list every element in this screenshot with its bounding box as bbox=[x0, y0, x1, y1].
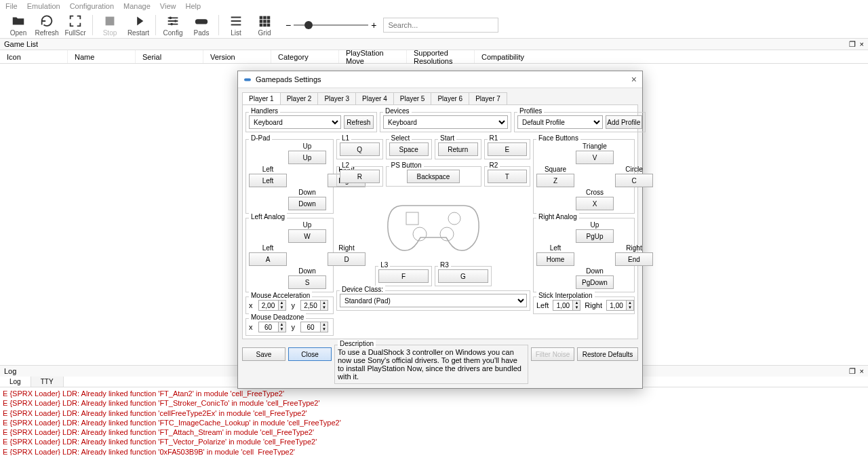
col-psmove[interactable]: PlayStation Move bbox=[339, 50, 407, 63]
stick-left-input[interactable] bbox=[553, 300, 573, 311]
lanalog-right-button[interactable]: D bbox=[328, 252, 366, 266]
lanalog-down-button[interactable]: S bbox=[288, 275, 326, 289]
dpad-up-button[interactable]: Up bbox=[288, 151, 326, 164]
menu-manage[interactable]: Manage bbox=[123, 2, 151, 10]
start-button[interactable]: Return bbox=[438, 142, 478, 156]
grid-button[interactable]: Grid bbox=[250, 14, 279, 37]
device-class-select[interactable]: Standard (Pad) bbox=[340, 294, 527, 307]
dialog-close-button[interactable]: × bbox=[631, 74, 637, 85]
triangle-button[interactable]: V bbox=[576, 151, 614, 164]
log-restore-icon[interactable]: ❐ bbox=[849, 367, 856, 376]
col-version[interactable]: Version bbox=[203, 50, 271, 63]
controller-image bbox=[382, 192, 484, 256]
toolbar: Open Refresh FullScr Stop Restart Config… bbox=[0, 12, 868, 39]
ranalog-up-button[interactable]: PgUp bbox=[576, 229, 614, 243]
mdead-y-input[interactable] bbox=[300, 322, 321, 332]
cross-button[interactable]: X bbox=[576, 197, 614, 210]
stop-button[interactable]: Stop bbox=[96, 14, 124, 37]
tab-player-7[interactable]: Player 7 bbox=[469, 92, 507, 104]
col-icon[interactable]: Icon bbox=[0, 50, 68, 63]
log-line: E {SPRX Loader} LDR: Already linked func… bbox=[3, 389, 865, 398]
ranalog-down-button[interactable]: PgDown bbox=[576, 275, 614, 289]
psbutton-group: PS ButtonBackspace bbox=[386, 166, 481, 187]
log-close-icon[interactable]: × bbox=[860, 367, 864, 375]
r3-button[interactable]: G bbox=[438, 269, 488, 283]
menu-view[interactable]: View bbox=[160, 2, 176, 10]
profiles-select[interactable]: Default Profile bbox=[517, 115, 603, 129]
device-class-group: Device Class: Standard (Pad) bbox=[336, 290, 530, 311]
dpad-down-button[interactable]: Down bbox=[288, 197, 326, 210]
search-input[interactable] bbox=[383, 18, 498, 33]
r3-group: R3G bbox=[435, 266, 492, 286]
open-button[interactable]: Open bbox=[4, 14, 33, 37]
mouse-accel-group: Mouse Acceleration x▲▼ y▲▼ bbox=[245, 296, 334, 314]
col-res[interactable]: Supported Resolutions bbox=[407, 50, 475, 63]
circle-button[interactable]: C bbox=[615, 174, 653, 187]
config-button[interactable]: Config bbox=[159, 14, 187, 37]
square-button[interactable]: Z bbox=[536, 174, 574, 187]
menu-file[interactable]: File bbox=[5, 2, 18, 10]
log-tab-tty[interactable]: TTY bbox=[31, 377, 64, 387]
psbutton-button[interactable]: Backspace bbox=[407, 170, 460, 183]
r2-button[interactable]: T bbox=[488, 170, 528, 183]
l3-button[interactable]: F bbox=[378, 269, 429, 283]
maccel-y-input[interactable] bbox=[300, 300, 321, 311]
gamelist-close-icon[interactable]: × bbox=[860, 40, 864, 48]
restart-button[interactable]: Restart bbox=[124, 14, 153, 37]
maccel-x-input[interactable] bbox=[258, 300, 279, 311]
fullscr-button[interactable]: FullScr bbox=[61, 14, 90, 37]
col-compat[interactable]: Compatibility bbox=[475, 50, 542, 63]
col-name[interactable]: Name bbox=[68, 50, 136, 63]
save-button[interactable]: Save bbox=[242, 347, 285, 361]
tab-player-3[interactable]: Player 3 bbox=[317, 92, 356, 104]
svg-point-1 bbox=[170, 17, 172, 20]
start-group: StartReturn bbox=[435, 139, 481, 159]
handlers-group: Handlers KeyboardRefresh bbox=[245, 112, 377, 132]
lanalog-up-button[interactable]: W bbox=[288, 229, 326, 243]
restore-defaults-button[interactable]: Restore Defaults bbox=[577, 347, 638, 361]
log-tab-log[interactable]: Log bbox=[0, 377, 31, 387]
select-group: SelectSpace bbox=[386, 139, 433, 159]
profiles-group: Profiles Default ProfileAdd Profile bbox=[514, 112, 646, 132]
select-button[interactable]: Space bbox=[389, 142, 429, 156]
menu-help[interactable]: Help bbox=[186, 2, 201, 10]
col-serial[interactable]: Serial bbox=[136, 50, 203, 63]
tab-player-5[interactable]: Player 5 bbox=[393, 92, 432, 104]
menu-emulation[interactable]: Emulation bbox=[27, 2, 60, 10]
dpad-left-button[interactable]: Left bbox=[249, 174, 287, 187]
add-profile-button[interactable]: Add Profile bbox=[606, 115, 642, 129]
svg-rect-7 bbox=[260, 20, 263, 23]
gamepad-icon bbox=[194, 14, 209, 28]
face-buttons-group: Face Buttons TriangleV SquareZCircleC Cr… bbox=[533, 139, 635, 214]
tab-player-2[interactable]: Player 2 bbox=[280, 92, 319, 104]
list-button[interactable]: List bbox=[222, 14, 250, 37]
l2-button[interactable]: R bbox=[340, 170, 380, 183]
handlers-refresh-button[interactable]: Refresh bbox=[344, 115, 374, 129]
stop-icon bbox=[102, 14, 117, 28]
handlers-select[interactable]: Keyboard bbox=[249, 115, 341, 129]
log-line: E {SPRX Loader} LDR: Already linked func… bbox=[3, 447, 865, 455]
l1-button[interactable]: Q bbox=[340, 142, 380, 156]
tab-player-6[interactable]: Player 6 bbox=[431, 92, 469, 104]
log-body[interactable]: E {SPRX Loader} LDR: Already linked func… bbox=[0, 387, 868, 455]
zoom-slider[interactable]: −+ bbox=[285, 20, 376, 31]
pads-button[interactable]: Pads bbox=[187, 14, 216, 37]
lanalog-left-button[interactable]: A bbox=[249, 252, 287, 266]
col-category[interactable]: Category bbox=[271, 50, 339, 63]
tab-player-4[interactable]: Player 4 bbox=[355, 92, 394, 104]
l1-group: L1Q bbox=[336, 139, 383, 159]
ranalog-right-button[interactable]: End bbox=[615, 252, 653, 266]
filter-noise-button[interactable]: Filter Noise bbox=[531, 347, 574, 361]
close-button[interactable]: Close bbox=[288, 347, 332, 361]
menubar: File Emulation Configuration Manage View… bbox=[0, 0, 868, 12]
svg-rect-5 bbox=[263, 16, 267, 20]
refresh-button[interactable]: Refresh bbox=[33, 14, 61, 37]
mdead-x-input[interactable] bbox=[258, 322, 279, 332]
menu-configuration[interactable]: Configuration bbox=[70, 2, 114, 10]
stick-right-input[interactable] bbox=[606, 300, 627, 311]
r1-button[interactable]: E bbox=[488, 142, 528, 156]
ranalog-left-button[interactable]: Home bbox=[536, 252, 574, 266]
tab-player-1[interactable]: Player 1 bbox=[242, 92, 281, 104]
devices-select[interactable]: Keyboard bbox=[383, 115, 508, 129]
gamelist-restore-icon[interactable]: ❐ bbox=[849, 40, 856, 49]
